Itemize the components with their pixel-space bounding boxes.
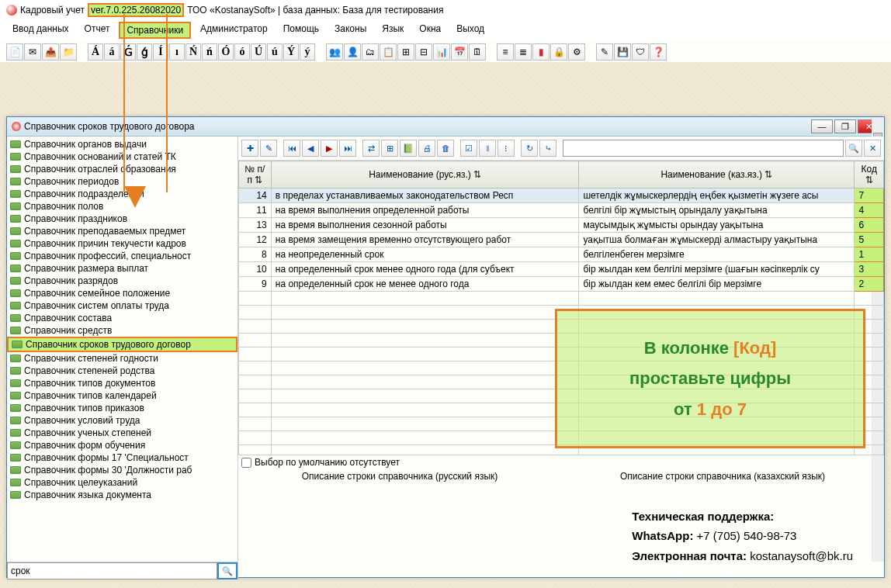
table-row[interactable]: 13на время выполнения сезонной работымау… <box>239 218 884 233</box>
menu-item[interactable]: Справочники <box>119 22 191 39</box>
char-button[interactable]: Ǵ <box>120 43 136 61</box>
toolbar-btn[interactable]: 📁 <box>60 43 77 61</box>
char-button[interactable]: Ú <box>251 43 266 61</box>
default-checkbox[interactable] <box>241 458 251 468</box>
tree-item[interactable]: Справочник форм обучения <box>7 439 237 451</box>
grid-btn[interactable]: ⤷ <box>539 140 556 157</box>
tree-item[interactable]: Справочник ученых степеней <box>7 427 237 439</box>
tree-item[interactable]: Справочник оснований и статей ТК <box>7 150 237 163</box>
col-header-rus[interactable]: Наименование (рус.яз.) ⇅ <box>271 161 579 189</box>
toolbar-btn[interactable]: 📤 <box>42 43 59 61</box>
tree-item[interactable]: Справочник степеней родства <box>7 365 237 377</box>
toolbar-btn[interactable]: 🗂 <box>362 43 379 61</box>
filter-search-button[interactable]: 🔍 <box>217 562 237 579</box>
char-button[interactable]: ó <box>234 43 250 61</box>
tree-item[interactable]: Справочник систем оплаты труда <box>7 299 237 312</box>
tree-item[interactable]: Справочник преподаваемых предмет <box>7 225 237 237</box>
char-button[interactable]: ú <box>267 43 283 61</box>
grid-search-clear-button[interactable]: ✕ <box>864 140 881 157</box>
toolbar-btn[interactable]: ⊟ <box>415 43 432 61</box>
tree-item[interactable]: Справочник состава <box>7 312 237 324</box>
menu-item[interactable]: Помощь <box>277 22 325 39</box>
maximize-button[interactable]: ❐ <box>834 119 856 133</box>
grid-btn[interactable]: 🗑 <box>437 140 454 157</box>
tree-item[interactable]: Справочник семейное положение <box>7 287 237 299</box>
tree-item[interactable]: Справочник периодов <box>7 175 237 188</box>
grid-search-button[interactable]: 🔍 <box>845 140 862 157</box>
menu-item[interactable]: Выход <box>450 22 491 39</box>
tree-item[interactable]: Справочник полов <box>7 200 237 213</box>
toolbar-btn[interactable]: 🗓 <box>469 43 486 61</box>
table-row[interactable]: 9на определенный срок не менее одного го… <box>239 277 884 292</box>
tree-item[interactable]: Справочник разрядов <box>7 275 237 287</box>
toolbar-btn[interactable]: 🔒 <box>550 43 567 61</box>
toolbar-btn[interactable]: 💾 <box>614 43 631 61</box>
table-row[interactable]: 11на время выполнения определенной работ… <box>239 203 884 218</box>
tree-item[interactable]: Справочник языка документа <box>7 489 237 501</box>
menu-item[interactable]: Язык <box>376 22 410 39</box>
nav-last-button[interactable]: ⏭ <box>339 140 356 157</box>
grid-btn[interactable]: ⊞ <box>381 140 398 157</box>
tree-item[interactable]: Справочник сроков трудового договор <box>7 337 237 352</box>
grid-search-input[interactable] <box>563 140 844 157</box>
col-header-kod[interactable]: Код ⇅ <box>855 161 884 189</box>
tree-item[interactable]: Справочник отраслей образования <box>7 163 237 175</box>
grid-edit-button[interactable]: ✎ <box>260 140 277 157</box>
toolbar-btn[interactable]: ⚙ <box>568 43 585 61</box>
grid-btn[interactable]: 📗 <box>400 140 417 157</box>
tree-item[interactable]: Справочник типов документов <box>7 377 237 389</box>
tree-item[interactable]: Справочник условий труда <box>7 414 237 427</box>
toolbar-btn[interactable]: ≣ <box>515 43 532 61</box>
tree-item[interactable]: Справочник средств <box>7 324 237 337</box>
tree-item[interactable]: Справочник типов календарей <box>7 389 237 402</box>
nav-prev-button[interactable]: ◀ <box>302 140 319 157</box>
char-button[interactable]: ń <box>202 43 217 61</box>
menu-item[interactable]: Отчет <box>78 22 116 39</box>
toolbar-btn[interactable]: 👥 <box>326 43 343 61</box>
char-button[interactable]: ǵ <box>137 43 152 61</box>
toolbar-btn[interactable]: 📄 <box>6 43 23 61</box>
table-row[interactable]: 12на время замещения временно отсутствую… <box>239 233 884 247</box>
grid-btn[interactable]: ☑ <box>460 140 477 157</box>
toolbar-btn[interactable]: 🛡 <box>632 43 649 61</box>
tree-item[interactable]: Справочник целеуказаний <box>7 476 237 489</box>
table-row[interactable]: 8на неопределенный срокбелгіленбеген мер… <box>239 247 884 262</box>
grid-btn[interactable]: ⇄ <box>362 140 380 157</box>
table-row[interactable]: 14в пределах устанавливаемых законодател… <box>239 189 884 203</box>
table-row[interactable]: 10на определенный срок менее одного года… <box>239 262 884 277</box>
minimize-button[interactable]: — <box>811 119 833 133</box>
tree-item[interactable]: Справочник размера выплат <box>7 262 237 275</box>
menu-item[interactable]: Администратор <box>194 22 274 39</box>
char-button[interactable]: Ý <box>283 43 299 61</box>
toolbar-btn[interactable]: ❓ <box>650 43 667 61</box>
tree-item[interactable]: Справочник причин текучести кадров <box>7 237 237 250</box>
tree-item[interactable]: Справочник формы 17 'Специальност <box>7 451 237 464</box>
char-button[interactable]: Á <box>88 43 103 61</box>
tree-item[interactable]: Справочник степеней годности <box>7 352 237 365</box>
grid-btn[interactable]: 🖨 <box>418 140 435 157</box>
toolbar-btn[interactable]: ≡ <box>497 43 514 61</box>
toolbar-btn[interactable]: ▮ <box>532 43 550 61</box>
grid-add-button[interactable]: ✚ <box>241 140 258 157</box>
toolbar-btn[interactable]: 📋 <box>380 43 397 61</box>
toolbar-btn[interactable]: ✉ <box>24 43 41 61</box>
menu-item[interactable]: Окна <box>413 22 447 39</box>
char-button[interactable]: ý <box>300 43 315 61</box>
grid-btn[interactable]: ⫶ <box>498 140 515 157</box>
toolbar-btn[interactable]: 📊 <box>433 43 450 61</box>
tree-item[interactable]: Справочник подразделений <box>7 188 237 200</box>
tree-item[interactable]: Справочник профессий, специальност <box>7 250 237 262</box>
tree-item[interactable]: Справочник праздников <box>7 213 237 225</box>
tree-item[interactable]: Справочник формы 30 'Должности раб <box>7 464 237 476</box>
toolbar-btn[interactable]: 📅 <box>451 43 468 61</box>
menu-item[interactable]: Законы <box>328 22 373 39</box>
toolbar-btn[interactable]: ✎ <box>596 43 613 61</box>
char-button[interactable]: Ó <box>218 43 234 61</box>
grid-btn[interactable]: ⫴ <box>479 140 496 157</box>
toolbar-btn[interactable]: 👤 <box>344 43 361 61</box>
char-button[interactable]: ı <box>169 43 185 61</box>
nav-first-button[interactable]: ⏮ <box>283 140 300 157</box>
tree[interactable]: Справочник органов выдачиСправочник осно… <box>7 137 237 562</box>
filter-input[interactable] <box>7 562 217 579</box>
tree-item[interactable]: Справочник органов выдачи <box>7 138 237 150</box>
